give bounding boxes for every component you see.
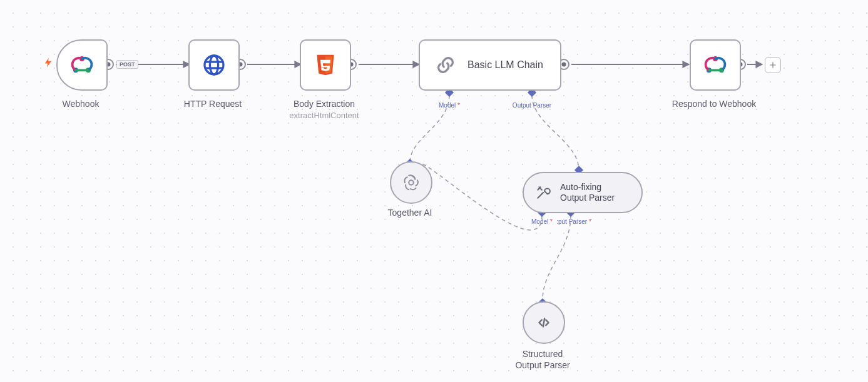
llm-port-model: Model * [439, 102, 460, 109]
webhook-icon [69, 53, 94, 78]
node-webhook[interactable] [56, 39, 108, 91]
webhook-method-badge: POST [116, 60, 138, 69]
node-http-request-label: HTTP Request [184, 99, 242, 109]
svg-point-26 [210, 56, 218, 74]
node-structured-output-parser[interactable] [523, 301, 565, 344]
node-autofixing-output-parser[interactable]: Auto-fixing Output Parser [523, 172, 643, 213]
node-together-ai[interactable] [390, 161, 432, 204]
add-node-button[interactable] [765, 57, 781, 73]
trigger-bolt-icon [43, 55, 54, 73]
chain-link-icon [435, 54, 456, 76]
webhook-icon [703, 53, 728, 78]
node-body-extraction[interactable] [300, 39, 351, 91]
autofix-port-model: Model * [531, 218, 553, 225]
node-structured-output-parser-label: Structured Output Parser [515, 348, 569, 371]
node-webhook-label: Webhook [63, 99, 100, 109]
node-basic-llm-chain[interactable]: Basic LLM Chain [419, 39, 561, 91]
svg-point-32 [409, 180, 414, 185]
svg-point-25 [205, 56, 223, 74]
node-respond-to-webhook[interactable] [690, 39, 741, 91]
node-body-extraction-label: Body Extraction [294, 99, 355, 109]
node-respond-to-webhook-label: Respond to Webhook [672, 99, 756, 109]
html5-icon [315, 53, 336, 77]
autofix-port-parser: :put Parser * [556, 218, 591, 225]
globe-icon [202, 53, 227, 78]
plus-icon [768, 61, 777, 69]
node-http-request[interactable] [188, 39, 240, 91]
llm-port-output-parser: Output Parser [513, 102, 551, 109]
wrench-screwdriver-icon [535, 184, 551, 201]
code-brackets-icon [536, 314, 552, 331]
openai-swirl-icon [402, 173, 421, 192]
node-together-ai-label: Together AI [388, 208, 432, 218]
node-basic-llm-chain-label: Basic LLM Chain [467, 59, 543, 71]
node-autofixing-label: Auto-fixing Output Parser [560, 182, 615, 203]
node-body-extraction-subtitle: extractHtmlContent [289, 111, 359, 120]
